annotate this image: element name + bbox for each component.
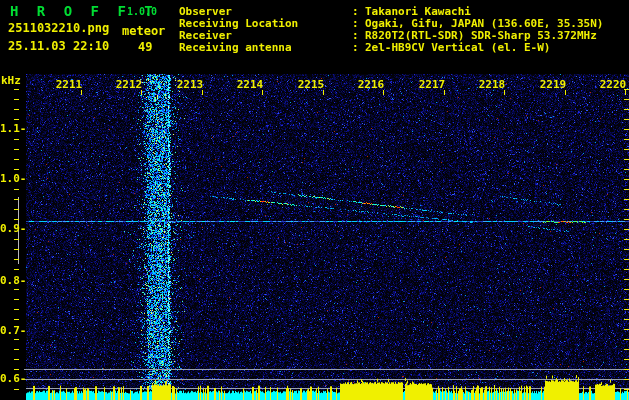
freq-axis-unit: kHz <box>1 75 21 86</box>
info-row: Receiving antenna:2el-HB9CV Vertical (el… <box>179 42 603 54</box>
time-tick-label: 2215 <box>297 79 325 90</box>
freq-tick-label: 1.0- <box>0 173 26 184</box>
time-tick-label: 2219 <box>539 79 567 90</box>
datetime-label: 25.11.03 22:10 <box>8 40 109 52</box>
time-tick-label: 2218 <box>478 79 506 90</box>
time-tick-label: 2216 <box>357 79 385 90</box>
freq-tick-label: 0.8- <box>0 275 26 286</box>
meteor-count: 49 <box>138 41 152 53</box>
freq-tick-label: 0.6- <box>0 373 26 384</box>
time-tick-label: 2213 <box>176 79 204 90</box>
time-tick-label: 2220 <box>599 79 627 90</box>
spectrogram-canvas <box>0 0 629 400</box>
time-tick-label: 2217 <box>418 79 446 90</box>
time-tick-label: 2211 <box>55 79 83 90</box>
freq-tick-label: 1.1- <box>0 123 26 134</box>
observer-info: Observer:Takanori KawachiReceiving Locat… <box>179 6 603 54</box>
info-separator: : <box>352 42 365 54</box>
mode-label: meteor <box>122 25 165 37</box>
hrofft-window: H R O F F T 1.0.0 2511032210.png meteor … <box>0 0 629 400</box>
time-tick-label: 2212 <box>115 79 143 90</box>
time-tick-label: 2214 <box>236 79 264 90</box>
freq-tick-label: 0.7- <box>0 325 26 336</box>
info-value: 2el-HB9CV Vertical (el. E-W) <box>365 42 550 54</box>
output-filename: 2511032210.png <box>8 22 109 34</box>
app-version: 1.0.0 <box>127 7 157 17</box>
info-label: Receiving antenna <box>179 42 352 54</box>
freq-tick-label: 0.9- <box>0 223 26 234</box>
